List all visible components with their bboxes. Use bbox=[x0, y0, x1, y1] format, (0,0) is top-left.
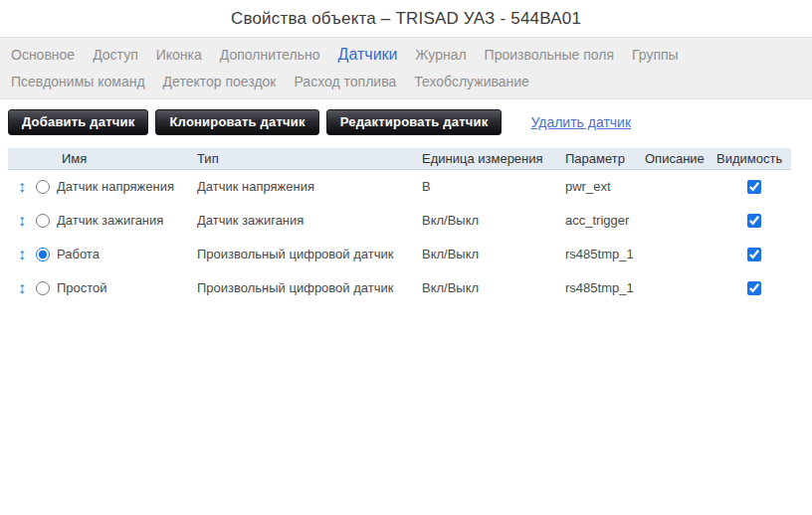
table-row: ↕ Датчик зажигания Датчик зажигания Вкл/… bbox=[8, 204, 791, 238]
tab-tekhobsluzhivanie[interactable]: Техобслуживание bbox=[414, 69, 529, 94]
sensor-param: rs485tmp_1 bbox=[565, 280, 645, 295]
sensor-type: Произвольный цифровой датчик bbox=[197, 280, 422, 295]
sensor-table-body: ↕ Датчик напряжения Датчик напряжения В … bbox=[8, 170, 791, 305]
visibility-checkbox[interactable] bbox=[747, 180, 761, 194]
drag-handle-icon[interactable]: ↕ bbox=[18, 179, 26, 195]
delete-sensor-link[interactable]: Удалить датчик bbox=[530, 114, 631, 130]
col-header-name: Имя bbox=[36, 151, 197, 166]
tab-ikonka[interactable]: Иконка bbox=[156, 42, 202, 68]
sensor-unit: В bbox=[422, 179, 565, 194]
tab-raskhod-topliva[interactable]: Расход топлива bbox=[294, 69, 396, 94]
sensor-type: Произвольный цифровой датчик bbox=[197, 247, 422, 261]
add-sensor-button[interactable]: Добавить датчик bbox=[8, 109, 148, 135]
drag-handle-icon[interactable]: ↕ bbox=[18, 280, 26, 296]
page-title: Свойства объекта – TRISAD УАЗ - 544ВА01 bbox=[0, 0, 812, 29]
tab-dopolnitelno[interactable]: Дополнительно bbox=[220, 42, 320, 68]
sensor-param: pwr_ext bbox=[565, 179, 645, 194]
edit-sensor-button[interactable]: Редактировать датчик bbox=[326, 109, 503, 135]
tab-gruppy[interactable]: Группы bbox=[632, 42, 679, 68]
visibility-checkbox[interactable] bbox=[747, 248, 761, 261]
tab-zhurnal[interactable]: Журнал bbox=[416, 42, 467, 68]
tab-osnovnoe[interactable]: Основное bbox=[11, 42, 75, 68]
sensor-table: Имя Тип Единица измерения Параметр Описа… bbox=[8, 148, 791, 305]
sensor-unit: Вкл/Выкл bbox=[422, 280, 565, 295]
sensor-param: acc_trigger bbox=[565, 213, 645, 228]
table-row: ↕ Простой Произвольный цифровой датчик В… bbox=[8, 271, 791, 305]
tab-dostup[interactable]: Доступ bbox=[93, 42, 138, 68]
tab-proizvolnye-polya[interactable]: Произвольные поля bbox=[485, 42, 614, 68]
table-header-row: Имя Тип Единица измерения Параметр Описа… bbox=[8, 148, 791, 170]
col-header-param: Параметр bbox=[565, 151, 645, 166]
col-header-visibility: Видимость bbox=[716, 151, 791, 166]
sensor-name: Работа bbox=[57, 247, 100, 261]
table-row: ↕ Работа Произвольный цифровой датчик Вк… bbox=[8, 238, 791, 271]
sensor-unit: Вкл/Выкл bbox=[422, 247, 565, 261]
sensor-name: Простой bbox=[57, 280, 107, 295]
col-header-unit: Единица измерения bbox=[422, 151, 565, 166]
tab-row-2: Псевдонимы командДетектор поездокРасход … bbox=[2, 68, 812, 94]
drag-handle-icon[interactable]: ↕ bbox=[18, 213, 26, 229]
row-select-radio[interactable] bbox=[36, 214, 50, 228]
table-row: ↕ Датчик напряжения Датчик напряжения В … bbox=[8, 170, 791, 204]
drag-handle-icon[interactable]: ↕ bbox=[18, 247, 26, 262]
tab-bar: ОсновноеДоступИконкаДополнительноДатчики… bbox=[0, 37, 812, 99]
tab-row-1: ОсновноеДоступИконкаДополнительноДатчики… bbox=[2, 41, 812, 68]
row-select-radio[interactable] bbox=[36, 248, 50, 261]
row-select-radio[interactable] bbox=[36, 281, 50, 295]
row-select-radio[interactable] bbox=[36, 180, 50, 194]
col-header-description: Описание bbox=[645, 151, 716, 166]
tab-datchiki[interactable]: Датчики bbox=[338, 42, 398, 68]
col-header-type: Тип bbox=[197, 151, 422, 166]
visibility-checkbox[interactable] bbox=[747, 281, 761, 295]
sensor-param: rs485tmp_1 bbox=[565, 247, 645, 261]
tab-detektor-poezdok[interactable]: Детектор поездок bbox=[163, 69, 277, 94]
sensor-name: Датчик зажигания bbox=[57, 213, 163, 228]
sensor-type: Датчик зажигания bbox=[197, 213, 422, 228]
sensor-name: Датчик напряжения bbox=[57, 179, 174, 194]
sensor-type: Датчик напряжения bbox=[197, 179, 422, 194]
tab-psevdonimy-komand[interactable]: Псевдонимы команд bbox=[11, 69, 145, 94]
clone-sensor-button[interactable]: Клонировать датчик bbox=[155, 109, 318, 135]
visibility-checkbox[interactable] bbox=[747, 214, 761, 228]
sensor-toolbar: Добавить датчик Клонировать датчик Редак… bbox=[8, 109, 812, 135]
sensor-unit: Вкл/Выкл bbox=[422, 213, 565, 228]
